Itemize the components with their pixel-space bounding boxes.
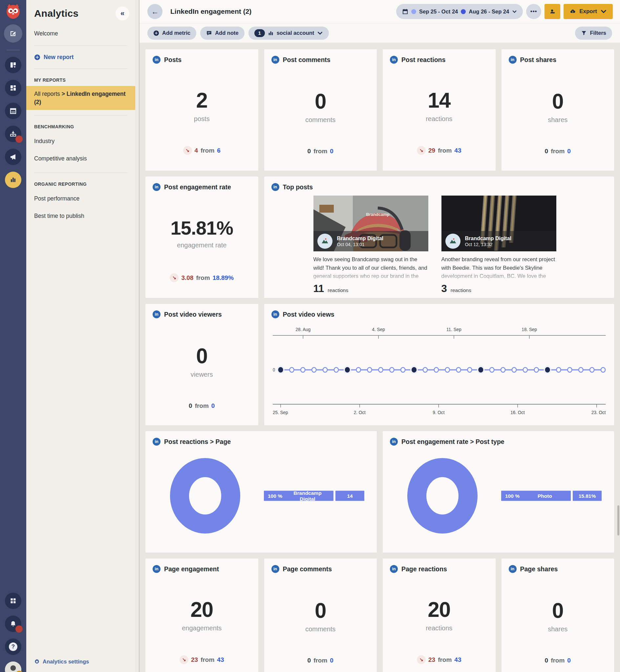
linkedin-icon: in — [153, 565, 160, 573]
analytics-settings-button[interactable]: Analytics settings — [26, 653, 135, 666]
stat-unit: shares — [548, 116, 567, 124]
card-post-reactions: inPost reactions 14reactions ↘29from43 — [383, 49, 496, 171]
linkedin-icon: in — [153, 183, 160, 191]
add-note-button[interactable]: Add note — [200, 26, 245, 40]
trend: 0from0 — [153, 402, 251, 419]
megaphone-icon — [9, 153, 17, 161]
hootsuite-owl-logo[interactable] — [5, 3, 22, 20]
sidebar-item-active-report[interactable]: All reports > LinkedIn engagement (2) — [26, 86, 135, 110]
card-title: Post reactions — [401, 56, 446, 64]
trend-delta: 23 — [191, 656, 198, 664]
trend-previous-value: 6 — [217, 147, 220, 154]
card-post-video-viewers: inPost video viewers 0viewers 0from0 — [145, 304, 258, 425]
sidebar-item-welcome[interactable]: Welcome — [26, 25, 135, 42]
legend-label: Brandcamp Digital — [286, 490, 329, 502]
add-user-icon — [549, 8, 556, 15]
trend: ↘23from43 — [390, 655, 488, 672]
plus-circle-icon — [153, 30, 159, 36]
trend-down-icon: ↘ — [183, 146, 192, 155]
card-title: Post video viewers — [164, 311, 222, 318]
top-post-1-thumbnail[interactable]: Brandcamp Brandcamp Digital Oct 04, 13:0… — [313, 195, 428, 251]
filters-button[interactable]: Filters — [575, 26, 612, 40]
stat-unit: comments — [305, 116, 335, 124]
mountain-logo-icon — [449, 237, 457, 245]
trend: ↘3.08from18.89% — [153, 273, 251, 291]
trend-previous-value: 18.89% — [213, 274, 234, 282]
post-text: We love seeing Brandcamp swag out in the… — [313, 255, 428, 282]
add-metric-button[interactable]: Add metric — [147, 26, 196, 40]
legend-item: 100 % Brandcamp Digital — [264, 491, 333, 501]
sidebar-item-industry[interactable]: Industry — [26, 132, 135, 150]
stat-unit: engagement rate — [177, 241, 226, 249]
nav-rail: ? ! — [0, 0, 26, 672]
planner-button[interactable] — [5, 103, 21, 119]
post-text: Another branding reveal from our recent … — [442, 255, 556, 282]
back-button[interactable]: ← — [147, 4, 162, 19]
chevron-down-icon — [317, 30, 323, 36]
card-title: Posts — [164, 56, 182, 64]
stat-unit: reactions — [426, 115, 452, 123]
apps-button[interactable] — [5, 593, 21, 609]
donut-chart-area: 100 % Photo 15.81% — [390, 446, 607, 546]
stat-value: 20 — [190, 598, 213, 622]
new-report-button[interactable]: New report — [26, 49, 135, 65]
amplify-button[interactable] — [5, 149, 21, 165]
streams-button[interactable] — [5, 57, 21, 73]
post-meta-overlay: Brandcamp Digital Oct 04, 13:01 — [313, 231, 428, 251]
trend-delta: 23 — [428, 656, 435, 664]
reactions-number: 3 — [442, 283, 447, 295]
compare-period-dot — [461, 9, 466, 14]
card-title: Post reactions > Page — [164, 438, 231, 446]
legend-percent: 100 % — [505, 493, 520, 499]
notifications-button[interactable] — [5, 616, 21, 632]
profile-button[interactable]: ! — [5, 662, 21, 672]
stat-unit: posts — [194, 115, 210, 123]
linkedin-icon: in — [390, 438, 398, 446]
bar-chart-icon — [9, 176, 17, 184]
trend-delta: 3.08 — [181, 274, 193, 282]
page-scrollbar-thumb[interactable] — [617, 505, 619, 536]
top-post-1: Brandcamp Brandcamp Digital Oct 04, 13:0… — [313, 195, 428, 295]
sidebar-item-post-performance[interactable]: Post performance — [26, 190, 135, 207]
top-post-2-thumbnail[interactable]: Brandcamp Digital Oct 12, 13:32 — [442, 195, 556, 251]
trend: 0from0 — [271, 148, 370, 164]
trend-from-label: from — [438, 656, 452, 664]
mountain-logo-icon — [321, 237, 329, 245]
stat-value: 20 — [428, 598, 450, 622]
main-content: ← LinkedIn engagement (2) Sep 25 - Oct 2… — [140, 0, 620, 672]
compose-button[interactable] — [4, 24, 22, 43]
sidebar-item-competitive-analysis[interactable]: Competitive analysis — [26, 150, 135, 167]
share-report-button[interactable] — [545, 4, 560, 19]
donut-legend: 100 % Photo 15.81% — [501, 491, 602, 501]
dashboards-button[interactable] — [5, 80, 21, 96]
stat-value: 14 — [428, 88, 450, 113]
sidebar-item-best-time-to-publish[interactable]: Best time to publish — [26, 207, 135, 225]
analytics-button[interactable] — [5, 172, 21, 188]
date-range-picker[interactable]: Sep 25 - Oct 24 Aug 26 - Sep 24 — [396, 4, 523, 19]
linkedin-icon: in — [271, 183, 279, 191]
new-report-label: New report — [44, 54, 73, 61]
social-account-selector[interactable]: 1 social account — [249, 26, 329, 40]
linkedin-icon: in — [509, 565, 517, 573]
trend-delta: 0 — [308, 657, 311, 664]
sidebar-scrollbar[interactable] — [135, 0, 140, 672]
trend-previous-value: 0 — [330, 657, 333, 664]
card-posts: inPosts 2posts ↘4from6 — [145, 49, 258, 171]
trend-down-icon: ↘ — [417, 146, 426, 155]
export-button[interactable]: Export — [564, 4, 613, 19]
post-reactions-count: 11 reactions — [313, 283, 428, 295]
trend-down-icon: ↘ — [170, 273, 178, 282]
add-note-label: Add note — [215, 30, 239, 36]
reactions-label: reactions — [327, 287, 348, 293]
note-bubble-icon — [206, 30, 212, 36]
sidebar-divider — [34, 46, 127, 46]
stat-value: 0 — [196, 344, 207, 368]
more-options-button[interactable]: ••• — [526, 4, 541, 19]
inbox-button[interactable] — [5, 126, 21, 142]
help-button[interactable]: ? — [5, 638, 21, 655]
account-count-badge: 1 — [254, 29, 265, 37]
notifications-dot — [15, 625, 23, 633]
social-account-label: social account — [277, 30, 314, 36]
collapse-sidebar-button[interactable]: « — [115, 7, 129, 20]
analytics-sidebar: Analytics « Welcome New report MY REPORT… — [26, 0, 140, 672]
